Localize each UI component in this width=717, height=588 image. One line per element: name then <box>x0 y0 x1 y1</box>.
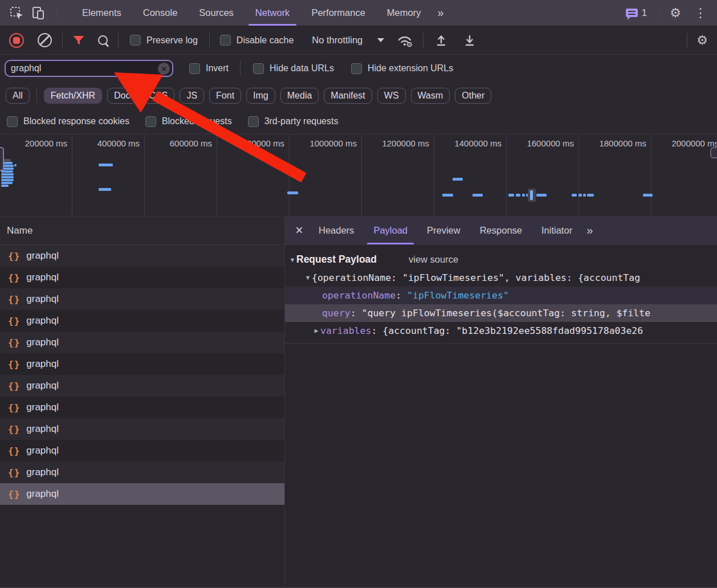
request-row[interactable]: {}graphql <box>0 353 284 375</box>
request-payload-section[interactable]: ▼ Request Payload view source <box>285 245 717 269</box>
chip-img[interactable]: Img <box>246 88 275 104</box>
invert-filter-toggle[interactable]: Invert <box>189 63 229 74</box>
tab-network[interactable]: Network <box>248 0 297 26</box>
import-har-icon[interactable] <box>434 33 449 48</box>
network-overview-timeline[interactable]: 200000 ms400000 ms600000 ms800000 ms1000… <box>0 134 717 217</box>
hide-extension-urls-label: Hide extension URLs <box>368 63 453 74</box>
payload-entry-variables[interactable]: ▶variables: {accountTag: "b12e3b2192ee55… <box>285 322 717 340</box>
tab-console[interactable]: Console <box>136 0 185 26</box>
waterfall-bar <box>99 164 113 166</box>
divider <box>118 33 119 48</box>
overview-left-handle[interactable] <box>0 147 4 171</box>
preserve-log-label: Preserve log <box>146 35 198 46</box>
request-row[interactable]: {}graphql <box>0 288 284 310</box>
payload-entry-query[interactable]: query: "query ipFlowTimeseries($accountT… <box>285 304 717 322</box>
request-row[interactable]: {}graphql <box>0 375 284 397</box>
chip-font[interactable]: Font <box>209 88 241 104</box>
chip-js[interactable]: JS <box>180 88 204 104</box>
filter-input[interactable] <box>5 60 173 77</box>
request-row[interactable]: {}graphql <box>0 462 284 483</box>
waterfall-bar <box>472 194 483 197</box>
search-icon[interactable] <box>98 35 108 45</box>
name-column-header[interactable]: Name <box>0 217 284 245</box>
request-row[interactable]: {}graphql <box>0 245 284 267</box>
hide-data-urls-toggle[interactable]: Hide data URLs <box>253 63 334 74</box>
record-network-log-button[interactable] <box>9 33 24 48</box>
request-row[interactable]: {}graphql <box>0 267 284 288</box>
request-row[interactable]: {}graphql <box>0 483 284 505</box>
network-settings-gear-icon[interactable]: ⚙ <box>696 34 708 47</box>
chip-other[interactable]: Other <box>455 88 491 104</box>
export-har-icon[interactable] <box>462 33 477 48</box>
chip-ws[interactable]: WS <box>377 88 406 104</box>
3rd-party-requests-toggle[interactable]: 3rd-party requests <box>248 116 339 127</box>
waterfall-bar <box>442 194 453 197</box>
hide-extension-urls-toggle[interactable]: Hide extension URLs <box>351 63 453 74</box>
waterfall-bar <box>572 194 577 197</box>
settings-gear-icon[interactable]: ⚙ <box>667 5 684 22</box>
request-name: graphql <box>26 272 59 283</box>
network-filter-row: × Invert Hide data URLs Hide extension U… <box>0 55 717 82</box>
request-row[interactable]: {}graphql <box>0 332 284 353</box>
more-panels-icon[interactable]: » <box>431 6 448 19</box>
kebab-menu-icon[interactable]: ⋮ <box>692 5 709 22</box>
device-toolbar-icon[interactable] <box>30 5 47 22</box>
disable-cache-checkbox <box>220 35 231 46</box>
tab-elements[interactable]: Elements <box>75 0 128 26</box>
issues-button[interactable]: 1 <box>626 8 647 18</box>
chip-manifest[interactable]: Manifest <box>324 88 372 104</box>
more-details-tabs-icon[interactable]: » <box>582 224 596 237</box>
tab-sources[interactable]: Sources <box>192 0 241 26</box>
blocked-response-cookies-toggle[interactable]: Blocked response cookies <box>7 116 129 127</box>
waterfall-bar <box>1 176 14 178</box>
details-tab-initiator[interactable]: Initiator <box>532 217 582 244</box>
details-tab-response[interactable]: Response <box>470 217 532 244</box>
clear-network-log-icon[interactable] <box>38 33 52 47</box>
chip-wasm[interactable]: Wasm <box>411 88 450 104</box>
network-conditions-icon[interactable] <box>397 34 414 47</box>
clear-filter-icon[interactable]: × <box>158 63 170 75</box>
request-name: graphql <box>26 488 59 500</box>
divider <box>661 6 661 21</box>
details-tab-preview[interactable]: Preview <box>417 217 470 244</box>
chip-all[interactable]: All <box>6 88 30 104</box>
chip-doc[interactable]: Doc <box>107 88 137 104</box>
view-source-link[interactable]: view source <box>409 254 458 265</box>
close-icon[interactable]: × <box>290 224 309 237</box>
disable-cache-toggle[interactable]: Disable cache <box>220 35 294 46</box>
chip-fetch-xhr[interactable]: Fetch/XHR <box>44 88 102 104</box>
tab-performance[interactable]: Performance <box>304 0 372 26</box>
payload-preview-text: {operationName: "ipFlowTimeseries", vari… <box>312 272 640 283</box>
details-tab-headers[interactable]: Headers <box>309 217 364 244</box>
payload-preview-line[interactable]: ▼ {operationName: "ipFlowTimeseries", va… <box>285 269 717 287</box>
tab-memory[interactable]: Memory <box>380 0 428 26</box>
checkbox-label: Blocked response cookies <box>23 116 129 126</box>
checkbox-label: Blocked requests <box>162 116 232 126</box>
expand-icon: ▶ <box>312 327 320 334</box>
divider <box>209 33 210 48</box>
blocked-requests-toggle[interactable]: Blocked requests <box>145 116 232 127</box>
preserve-log-toggle[interactable]: Preserve log <box>130 35 198 46</box>
timeline-tick-label: 800000 ms <box>217 134 290 216</box>
request-row[interactable]: {}graphql <box>0 440 284 462</box>
overview-right-handle[interactable] <box>710 147 717 158</box>
request-name: graphql <box>26 445 59 456</box>
advanced-filters-row: Blocked response cookiesBlocked requests… <box>0 109 717 134</box>
payload-colon: : <box>396 290 407 301</box>
chip-css[interactable]: CSS <box>142 88 174 104</box>
waterfall-bar <box>1 173 14 175</box>
inspect-element-icon[interactable] <box>8 5 25 22</box>
payload-entry-operationName[interactable]: operationName: "ipFlowTimeseries" <box>285 287 717 304</box>
request-row[interactable]: {}graphql <box>0 418 284 440</box>
section-title: Request Payload <box>296 254 377 266</box>
filter-icon[interactable] <box>72 34 85 47</box>
details-tab-payload[interactable]: Payload <box>364 217 417 244</box>
chip-media[interactable]: Media <box>280 88 319 104</box>
request-row[interactable]: {}graphql <box>0 310 284 332</box>
details-tabbar: × HeadersPayloadPreviewResponseInitiator… <box>285 217 717 245</box>
waterfall-bar <box>579 194 582 197</box>
request-row[interactable]: {}graphql <box>0 397 284 418</box>
invert-checkbox <box>189 63 200 74</box>
throttling-select[interactable]: No throttling <box>312 35 384 46</box>
waterfall-bar <box>508 194 514 197</box>
